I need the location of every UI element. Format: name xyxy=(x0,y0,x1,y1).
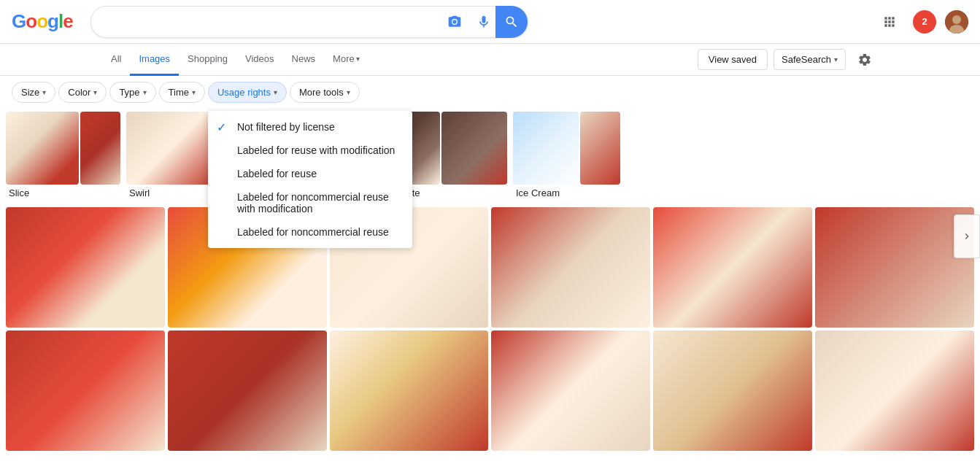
results-area: Slice Swirl xyxy=(0,103,980,451)
usage-rights-wrapper: Usage rights ▾ ✓ Not filtered by license… xyxy=(208,82,287,103)
nav-shopping[interactable]: Shopping xyxy=(179,44,236,76)
grid-item-1-5[interactable] xyxy=(653,207,812,328)
image-grid-row-1 xyxy=(6,207,974,328)
nav-news[interactable]: News xyxy=(283,44,325,76)
image-icecream-1[interactable] xyxy=(513,112,579,185)
usage-rights-dropdown: ✓ Not filtered by license Labeled for re… xyxy=(208,111,412,248)
dropdown-item-noncommercial-modification[interactable]: Labeled for noncommercial reuse with mod… xyxy=(208,185,412,220)
header: Google strawberry cheesecake 2 xyxy=(0,0,980,44)
next-page-arrow[interactable] xyxy=(954,214,980,258)
image-swirl-1[interactable] xyxy=(126,112,214,185)
view-saved-button[interactable]: View saved xyxy=(698,49,768,70)
dropdown-item-reuse-modification[interactable]: Labeled for reuse with modification xyxy=(208,139,412,162)
usage-rights-filter-button[interactable]: Usage rights ▾ xyxy=(208,82,287,103)
dropdown-item-reuse[interactable]: Labeled for reuse xyxy=(208,162,412,185)
top-group-icecream: Ice Cream xyxy=(513,112,620,204)
dropdown-item-noncommercial[interactable]: Labeled for noncommercial reuse xyxy=(208,220,412,244)
type-chevron-icon: ▾ xyxy=(143,88,147,96)
safe-search-chevron-icon: ▾ xyxy=(834,55,838,63)
more-chevron-icon: ▾ xyxy=(356,55,360,63)
grid-item-2-5[interactable] xyxy=(653,330,812,451)
safe-search-button[interactable]: SafeSearch ▾ xyxy=(773,49,846,70)
color-chevron-icon: ▾ xyxy=(93,88,97,96)
grid-item-2-4[interactable] xyxy=(491,330,650,451)
voice-search-button[interactable] xyxy=(472,10,495,34)
image-slice-2[interactable] xyxy=(80,112,120,185)
nav-images[interactable]: Images xyxy=(130,44,179,76)
search-bar: strawberry cheesecake xyxy=(90,6,528,38)
grid-item-2-6[interactable] xyxy=(815,330,974,451)
grid-item-2-3[interactable] xyxy=(330,330,489,451)
grid-item-1-1[interactable] xyxy=(6,207,165,328)
nav-videos[interactable]: Videos xyxy=(236,44,283,76)
search-input[interactable]: strawberry cheesecake xyxy=(103,15,443,28)
more-tools-filter-button[interactable]: More tools ▾ xyxy=(290,82,360,103)
size-chevron-icon: ▾ xyxy=(42,88,46,96)
apps-button[interactable] xyxy=(875,7,904,36)
grid-item-2-2[interactable] xyxy=(168,330,327,451)
settings-button[interactable] xyxy=(852,47,878,73)
google-logo: Google xyxy=(12,10,73,33)
header-right: 2 xyxy=(875,7,968,36)
grid-item-1-4[interactable] xyxy=(491,207,650,328)
more-tools-chevron-icon: ▾ xyxy=(347,88,350,96)
type-filter-button[interactable]: Type ▾ xyxy=(109,82,155,103)
camera-search-button[interactable] xyxy=(443,10,466,34)
size-filter-button[interactable]: Size ▾ xyxy=(12,82,55,103)
logo-text: Google xyxy=(12,10,73,33)
image-slice-1[interactable] xyxy=(6,112,79,185)
check-icon: ✓ xyxy=(217,120,226,134)
usage-chevron-icon: ▾ xyxy=(274,88,277,96)
nav-all[interactable]: All xyxy=(102,44,130,76)
filter-bar: Size ▾ Color ▾ Type ▾ Time ▾ Usage right… xyxy=(0,76,980,103)
search-submit-button[interactable] xyxy=(495,6,528,38)
image-grid-row-2 xyxy=(6,330,974,451)
nav-more[interactable]: More ▾ xyxy=(324,44,369,76)
svg-point-1 xyxy=(952,15,961,24)
avatar[interactable] xyxy=(945,10,968,34)
color-filter-button[interactable]: Color ▾ xyxy=(58,82,107,103)
image-choco-2[interactable] xyxy=(441,112,507,185)
top-group-slice: Slice xyxy=(6,112,120,204)
search-bar-icons xyxy=(443,10,495,34)
slice-label: Slice xyxy=(6,185,120,204)
icecream-label: Ice Cream xyxy=(513,185,620,204)
nav-right: View saved SafeSearch ▾ xyxy=(698,47,878,73)
time-chevron-icon: ▾ xyxy=(192,88,196,96)
nav-bar: All Images Shopping Videos News More ▾ V… xyxy=(0,44,980,76)
grid-item-1-6[interactable] xyxy=(815,207,974,328)
image-icecream-2[interactable] xyxy=(580,112,620,185)
grid-item-2-1[interactable] xyxy=(6,330,165,451)
time-filter-button[interactable]: Time ▾ xyxy=(159,82,205,103)
dropdown-item-not-filtered[interactable]: ✓ Not filtered by license xyxy=(208,115,412,139)
notification-button[interactable]: 2 xyxy=(913,10,936,34)
